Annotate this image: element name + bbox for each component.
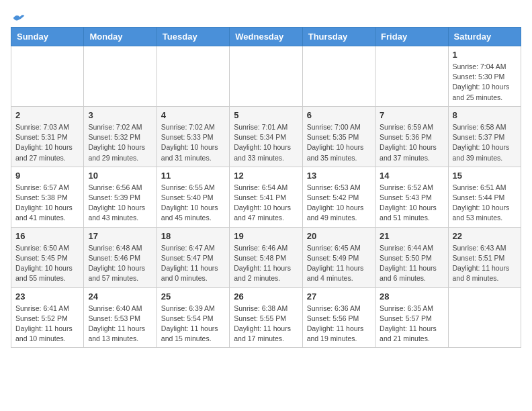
calendar-cell: 2Sunrise: 7:03 AM Sunset: 5:31 PM Daylig… — [11, 106, 84, 167]
day-detail: Sunrise: 6:36 AM Sunset: 5:56 PM Dayligh… — [307, 304, 371, 345]
day-detail: Sunrise: 7:04 AM Sunset: 5:30 PM Dayligh… — [453, 62, 517, 103]
calendar-cell: 6Sunrise: 7:00 AM Sunset: 5:35 PM Daylig… — [302, 106, 375, 167]
day-number: 23 — [15, 291, 79, 302]
column-header-saturday: Saturday — [448, 28, 521, 46]
day-number: 13 — [307, 171, 371, 181]
column-header-monday: Monday — [84, 28, 157, 46]
calendar-cell: 13Sunrise: 6:53 AM Sunset: 5:42 PM Dayli… — [302, 167, 375, 227]
logo-bird-icon — [12, 11, 26, 24]
calendar-cell: 14Sunrise: 6:52 AM Sunset: 5:43 PM Dayli… — [375, 167, 448, 227]
day-number: 21 — [380, 231, 443, 241]
calendar-cell — [84, 46, 157, 107]
calendar-cell: 18Sunrise: 6:47 AM Sunset: 5:47 PM Dayli… — [157, 227, 229, 287]
calendar-cell: 10Sunrise: 6:56 AM Sunset: 5:39 PM Dayli… — [84, 167, 157, 227]
calendar-cell: 28Sunrise: 6:35 AM Sunset: 5:57 PM Dayli… — [375, 287, 448, 348]
calendar-cell: 7Sunrise: 6:59 AM Sunset: 5:36 PM Daylig… — [375, 106, 448, 167]
day-number: 17 — [88, 231, 152, 241]
day-number: 19 — [234, 231, 298, 241]
calendar-cell: 16Sunrise: 6:50 AM Sunset: 5:45 PM Dayli… — [11, 227, 84, 287]
calendar-cell: 3Sunrise: 7:02 AM Sunset: 5:32 PM Daylig… — [84, 106, 157, 167]
page-header — [11, 11, 521, 21]
calendar-table: SundayMondayTuesdayWednesdayThursdayFrid… — [11, 27, 521, 348]
day-detail: Sunrise: 6:55 AM Sunset: 5:40 PM Dayligh… — [161, 183, 225, 224]
calendar-week-row: 9Sunrise: 6:57 AM Sunset: 5:38 PM Daylig… — [11, 167, 521, 227]
day-number: 24 — [88, 291, 152, 302]
calendar-cell: 19Sunrise: 6:46 AM Sunset: 5:48 PM Dayli… — [230, 227, 302, 287]
day-number: 6 — [307, 110, 371, 120]
day-number: 4 — [161, 110, 225, 120]
day-detail: Sunrise: 6:53 AM Sunset: 5:42 PM Dayligh… — [307, 183, 371, 224]
calendar-cell — [302, 46, 375, 107]
calendar-cell — [375, 46, 448, 107]
calendar-cell — [157, 46, 229, 107]
day-detail: Sunrise: 6:57 AM Sunset: 5:38 PM Dayligh… — [15, 183, 79, 224]
day-detail: Sunrise: 7:00 AM Sunset: 5:35 PM Dayligh… — [307, 122, 371, 163]
day-number: 3 — [88, 110, 152, 120]
column-header-friday: Friday — [375, 28, 448, 46]
calendar-cell: 25Sunrise: 6:39 AM Sunset: 5:54 PM Dayli… — [157, 287, 229, 348]
day-detail: Sunrise: 6:56 AM Sunset: 5:39 PM Dayligh… — [88, 183, 152, 224]
day-detail: Sunrise: 6:52 AM Sunset: 5:43 PM Dayligh… — [380, 183, 443, 224]
day-number: 14 — [380, 171, 443, 181]
day-number: 26 — [234, 291, 298, 302]
calendar-cell: 26Sunrise: 6:38 AM Sunset: 5:55 PM Dayli… — [230, 287, 302, 348]
day-detail: Sunrise: 6:43 AM Sunset: 5:51 PM Dayligh… — [453, 243, 517, 284]
calendar-cell: 4Sunrise: 7:02 AM Sunset: 5:33 PM Daylig… — [157, 106, 229, 167]
calendar-week-row: 1Sunrise: 7:04 AM Sunset: 5:30 PM Daylig… — [11, 46, 521, 107]
day-number: 1 — [453, 50, 517, 60]
calendar-cell: 12Sunrise: 6:54 AM Sunset: 5:41 PM Dayli… — [230, 167, 302, 227]
calendar-cell: 24Sunrise: 6:40 AM Sunset: 5:53 PM Dayli… — [84, 287, 157, 348]
day-detail: Sunrise: 6:59 AM Sunset: 5:36 PM Dayligh… — [380, 122, 443, 163]
day-detail: Sunrise: 6:46 AM Sunset: 5:48 PM Dayligh… — [234, 243, 298, 284]
day-detail: Sunrise: 6:40 AM Sunset: 5:53 PM Dayligh… — [88, 304, 152, 345]
calendar-cell: 23Sunrise: 6:41 AM Sunset: 5:52 PM Dayli… — [11, 287, 84, 348]
column-header-thursday: Thursday — [302, 28, 375, 46]
calendar-cell: 1Sunrise: 7:04 AM Sunset: 5:30 PM Daylig… — [448, 46, 521, 107]
day-number: 25 — [161, 291, 225, 302]
day-number: 16 — [15, 231, 79, 241]
day-number: 2 — [15, 110, 79, 120]
calendar-cell: 9Sunrise: 6:57 AM Sunset: 5:38 PM Daylig… — [11, 167, 84, 227]
calendar-week-row: 2Sunrise: 7:03 AM Sunset: 5:31 PM Daylig… — [11, 106, 521, 167]
day-number: 18 — [161, 231, 225, 241]
day-number: 10 — [88, 171, 152, 181]
calendar-cell — [230, 46, 302, 107]
calendar-week-row: 23Sunrise: 6:41 AM Sunset: 5:52 PM Dayli… — [11, 287, 521, 348]
day-detail: Sunrise: 7:02 AM Sunset: 5:32 PM Dayligh… — [88, 122, 152, 163]
day-number: 9 — [15, 171, 79, 181]
column-header-wednesday: Wednesday — [230, 28, 302, 46]
day-detail: Sunrise: 6:48 AM Sunset: 5:46 PM Dayligh… — [88, 243, 152, 284]
column-header-tuesday: Tuesday — [157, 28, 229, 46]
column-header-sunday: Sunday — [11, 28, 84, 46]
day-detail: Sunrise: 6:54 AM Sunset: 5:41 PM Dayligh… — [234, 183, 298, 224]
day-detail: Sunrise: 7:02 AM Sunset: 5:33 PM Dayligh… — [161, 122, 225, 163]
day-detail: Sunrise: 6:41 AM Sunset: 5:52 PM Dayligh… — [15, 304, 79, 345]
day-detail: Sunrise: 6:35 AM Sunset: 5:57 PM Dayligh… — [380, 304, 443, 345]
day-detail: Sunrise: 6:51 AM Sunset: 5:44 PM Dayligh… — [453, 183, 517, 224]
calendar-cell: 15Sunrise: 6:51 AM Sunset: 5:44 PM Dayli… — [448, 167, 521, 227]
day-number: 27 — [307, 291, 371, 302]
day-number: 20 — [307, 231, 371, 241]
calendar-cell — [11, 46, 84, 107]
calendar-cell: 17Sunrise: 6:48 AM Sunset: 5:46 PM Dayli… — [84, 227, 157, 287]
calendar-cell — [448, 287, 521, 348]
day-detail: Sunrise: 6:50 AM Sunset: 5:45 PM Dayligh… — [15, 243, 79, 284]
day-number: 11 — [161, 171, 225, 181]
calendar-header-row: SundayMondayTuesdayWednesdayThursdayFrid… — [11, 28, 521, 46]
day-number: 15 — [453, 171, 517, 181]
day-detail: Sunrise: 7:03 AM Sunset: 5:31 PM Dayligh… — [15, 122, 79, 163]
day-detail: Sunrise: 6:38 AM Sunset: 5:55 PM Dayligh… — [234, 304, 298, 345]
day-detail: Sunrise: 6:39 AM Sunset: 5:54 PM Dayligh… — [161, 304, 225, 345]
calendar-cell: 8Sunrise: 6:58 AM Sunset: 5:37 PM Daylig… — [448, 106, 521, 167]
day-number: 22 — [453, 231, 517, 241]
day-detail: Sunrise: 7:01 AM Sunset: 5:34 PM Dayligh… — [234, 122, 298, 163]
day-number: 28 — [380, 291, 443, 302]
day-number: 5 — [234, 110, 298, 120]
calendar-cell: 27Sunrise: 6:36 AM Sunset: 5:56 PM Dayli… — [302, 287, 375, 348]
logo — [11, 11, 26, 21]
day-number: 12 — [234, 171, 298, 181]
day-detail: Sunrise: 6:45 AM Sunset: 5:49 PM Dayligh… — [307, 243, 371, 284]
day-detail: Sunrise: 6:44 AM Sunset: 5:50 PM Dayligh… — [380, 243, 443, 284]
calendar-cell: 20Sunrise: 6:45 AM Sunset: 5:49 PM Dayli… — [302, 227, 375, 287]
calendar-week-row: 16Sunrise: 6:50 AM Sunset: 5:45 PM Dayli… — [11, 227, 521, 287]
